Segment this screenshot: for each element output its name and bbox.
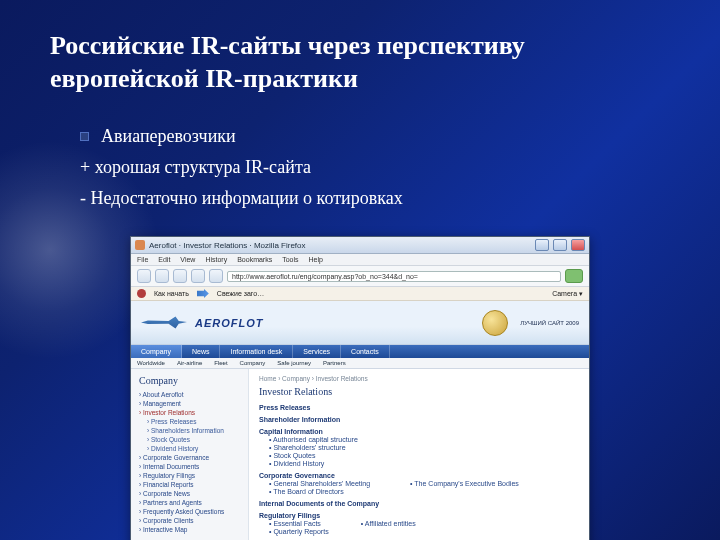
nav-contacts[interactable]: Contacts xyxy=(341,345,390,358)
sidebar-item[interactable]: › Corporate News xyxy=(139,489,242,498)
address-bar[interactable]: http://www.aeroflot.ru/eng/company.asp?o… xyxy=(227,271,561,282)
sidebar-item[interactable]: › Frequently Asked Questions xyxy=(139,507,242,516)
section-head[interactable]: Regulatory Filings xyxy=(259,511,579,519)
award-medal-icon xyxy=(482,310,508,336)
bullet-icon xyxy=(80,132,89,141)
section-link[interactable]: • The Company's Executive Bodies xyxy=(410,480,519,487)
sidebar-head: Company xyxy=(139,375,242,386)
section-link[interactable]: • Authorised capital structure xyxy=(259,435,579,443)
reload-button[interactable] xyxy=(173,269,187,283)
menu-bookmarks[interactable]: Bookmarks xyxy=(237,256,272,263)
page-content: AEROFLOT ЛУЧШИЙ САЙТ 2009 Company News I… xyxy=(131,301,589,540)
toolbar: http://www.aeroflot.ru/eng/company.asp?o… xyxy=(131,266,589,287)
section-link[interactable]: • Dividend History xyxy=(259,459,579,467)
breadcrumb: Home › Company › Investor Relations xyxy=(259,375,579,382)
sidebar-item[interactable]: › Corporate Clients xyxy=(139,516,242,525)
sidebar-item[interactable]: › Regulatory Filings xyxy=(139,471,242,480)
nav-company[interactable]: Company xyxy=(131,345,182,358)
secondary-nav: Worldwide Air-airline Fleet Company Safe… xyxy=(131,358,589,369)
aircraft-icon xyxy=(141,313,187,333)
sidebar: Company › About Aeroflot› Management› In… xyxy=(131,369,249,540)
section-head[interactable]: Shareholder Information xyxy=(259,415,579,423)
minus-line: - Недостаточно информации о котировках xyxy=(80,185,670,212)
menu-tools[interactable]: Tools xyxy=(282,256,298,263)
menu-file[interactable]: File xyxy=(137,256,148,263)
subnav-item[interactable]: Company xyxy=(234,358,272,368)
minimize-button[interactable] xyxy=(535,239,549,251)
section-head[interactable]: Corporate Governance xyxy=(259,471,579,479)
sidebar-item[interactable]: › Dividend History xyxy=(139,444,242,453)
banner: AEROFLOT ЛУЧШИЙ САЙТ 2009 xyxy=(131,301,589,345)
menu-bar[interactable]: File Edit View History Bookmarks Tools H… xyxy=(131,254,589,266)
sidebar-item[interactable]: › Shareholders Information xyxy=(139,426,242,435)
section-link[interactable]: • Essential Facts• Affiliated entities xyxy=(259,519,579,527)
sidebar-item[interactable]: › Stock Quotes xyxy=(139,435,242,444)
section-link[interactable]: • Affiliated entities xyxy=(361,520,416,527)
sidebar-item[interactable]: › Internal Documents xyxy=(139,462,242,471)
sidebar-item[interactable]: › Press Releases xyxy=(139,417,242,426)
bullet-text: Авиаперевозчики xyxy=(101,126,236,146)
close-button[interactable] xyxy=(571,239,585,251)
home-button[interactable] xyxy=(209,269,223,283)
go-button[interactable] xyxy=(565,269,583,283)
section-head[interactable]: Press Releases xyxy=(259,403,579,411)
section-link[interactable]: • Stock Quotes xyxy=(259,451,579,459)
nav-info[interactable]: Information desk xyxy=(220,345,293,358)
section-link[interactable]: • Shareholders' structure xyxy=(259,443,579,451)
subnav-item[interactable]: Partners xyxy=(317,358,352,368)
bookmarks-bar: Как начать Свежие заго… Camera ▾ xyxy=(131,287,589,301)
bookmark-right[interactable]: Свежие заго… xyxy=(217,290,264,297)
window-titlebar: Aeroflot · Investor Relations · Mozilla … xyxy=(131,237,589,254)
slide-body: Авиаперевозчики + хорошая структура IR-с… xyxy=(80,123,670,212)
plus-line: + хорошая структура IR-сайта xyxy=(80,154,670,181)
sidebar-item[interactable]: › Investor Relations xyxy=(139,408,242,417)
menu-help[interactable]: Help xyxy=(309,256,323,263)
back-button[interactable] xyxy=(137,269,151,283)
nav-news[interactable]: News xyxy=(182,345,221,358)
camera-dropdown[interactable]: Camera ▾ xyxy=(552,290,583,298)
section-title: Investor Relations xyxy=(259,386,579,397)
section-link[interactable]: • Quarterly Reports xyxy=(259,527,579,535)
sidebar-item[interactable]: › Partners and Agents xyxy=(139,498,242,507)
slide-title: Российские IR-сайты через перспективу ев… xyxy=(50,30,670,95)
window-title: Aeroflot · Investor Relations · Mozilla … xyxy=(149,241,531,250)
menu-history[interactable]: History xyxy=(205,256,227,263)
sidebar-item[interactable]: › Financial Reports xyxy=(139,480,242,489)
menu-edit[interactable]: Edit xyxy=(158,256,170,263)
section-head[interactable]: Internal Documents of the Company xyxy=(259,499,579,507)
brand-logo: AEROFLOT xyxy=(195,317,264,329)
firefox-icon xyxy=(135,240,145,250)
subnav-item[interactable]: Air-airline xyxy=(171,358,208,368)
main-area: Home › Company › Investor Relations Inve… xyxy=(249,369,589,540)
forward-button[interactable] xyxy=(155,269,169,283)
bookmark-left[interactable]: Как начать xyxy=(154,290,189,297)
sidebar-item[interactable]: › Interactive Map xyxy=(139,525,242,534)
nav-services[interactable]: Services xyxy=(293,345,341,358)
section-link[interactable]: • The Board of Directors xyxy=(259,487,579,495)
menu-view[interactable]: View xyxy=(180,256,195,263)
section-link[interactable]: • General Shareholders' Meeting• The Com… xyxy=(259,479,579,487)
sidebar-item[interactable]: › Corporate Governance xyxy=(139,453,242,462)
sidebar-item[interactable]: › About Aeroflot xyxy=(139,390,242,399)
subnav-item[interactable]: Worldwide xyxy=(131,358,171,368)
maximize-button[interactable] xyxy=(553,239,567,251)
stop-button[interactable] xyxy=(191,269,205,283)
award-label: ЛУЧШИЙ САЙТ 2009 xyxy=(520,320,579,326)
sidebar-item[interactable]: › Management xyxy=(139,399,242,408)
primary-nav: Company News Information desk Services C… xyxy=(131,345,589,358)
subnav-item[interactable]: Fleet xyxy=(208,358,233,368)
bookmark-icon xyxy=(137,289,146,298)
subnav-item[interactable]: Safe journey xyxy=(271,358,317,368)
bookmark-arrow-icon xyxy=(197,289,209,298)
embedded-browser: Aeroflot · Investor Relations · Mozilla … xyxy=(130,236,590,540)
section-head[interactable]: Capital Information xyxy=(259,427,579,435)
